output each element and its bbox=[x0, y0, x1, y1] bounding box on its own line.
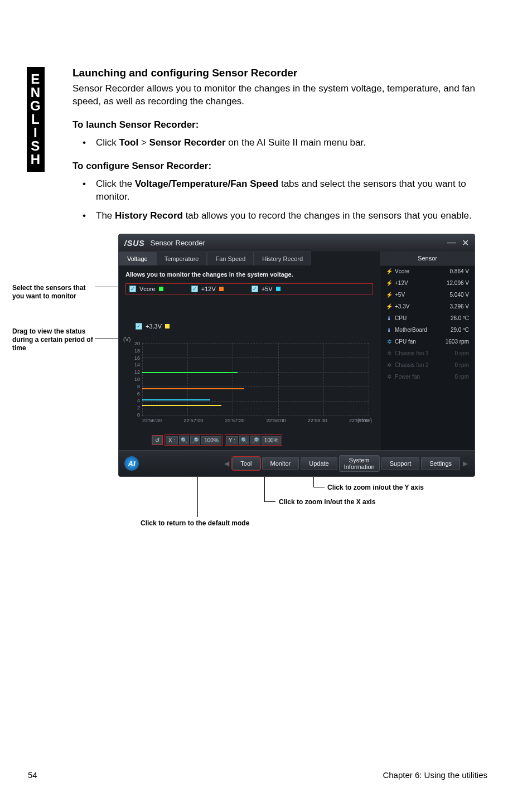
swatch-green bbox=[159, 287, 163, 291]
sensor-row: 🌡MotherBoard29.0 ºC bbox=[380, 324, 475, 336]
x-zoom-label: X : bbox=[166, 436, 178, 445]
sensor-name: +5V bbox=[395, 292, 450, 298]
sensor-icon: ✲ bbox=[386, 350, 393, 356]
x-zoom-out[interactable]: 🔎 bbox=[190, 436, 200, 445]
checkbox-12v[interactable]: ✓+12V bbox=[191, 286, 224, 292]
intro-paragraph: Sensor Recorder allows you to monitor th… bbox=[72, 83, 487, 108]
sensor-icon: ⚡ bbox=[386, 268, 393, 274]
tab-fan-speed[interactable]: Fan Speed bbox=[207, 252, 254, 265]
x-zoom-in[interactable]: 🔍 bbox=[179, 436, 189, 445]
sensor-checkboxes: ✓Vcore ✓+12V ✓+5V ✓+3.3V bbox=[119, 281, 380, 334]
chapter-label: Chapter 6: Using the utilities bbox=[383, 770, 487, 780]
settings-button[interactable]: Settings bbox=[421, 457, 460, 470]
sensor-name: MotherBoard bbox=[395, 327, 451, 333]
sensor-name: Chassis fan 1 bbox=[395, 350, 454, 356]
sensor-row-disabled: ✲Chassis fan 10 rpm bbox=[380, 347, 475, 359]
sensor-icon: ✲ bbox=[386, 339, 393, 345]
sensor-icon: ⚡ bbox=[386, 303, 393, 310]
bottom-bar: AI ◀ Tool Monitor Update System Informat… bbox=[119, 450, 475, 476]
sensor-name: CPU fan bbox=[395, 339, 446, 345]
sensor-icon: ⚡ bbox=[386, 280, 393, 286]
tab-history-record[interactable]: History Record bbox=[254, 252, 311, 265]
figure-left-labels: Select the sensors that you want to moni… bbox=[12, 278, 96, 352]
section-heading: Launching and configuring Sensor Recorde… bbox=[72, 67, 487, 79]
voltage-chart[interactable]: (V) 20 18 16 14 12 10 8 6 4 bbox=[134, 336, 374, 431]
callout-y-axis: Click to zoom in/out the Y axis bbox=[327, 484, 424, 491]
x-ticks: 22:56:30 22:57:00 22:57:30 22:58:00 22:5… bbox=[142, 418, 369, 423]
y-zoom-out[interactable]: 🔎 bbox=[250, 436, 260, 445]
sensor-panel-header: Sensor bbox=[380, 252, 475, 265]
label-drag-view: Drag to view the status during a certain… bbox=[12, 327, 96, 352]
launch-heading: To launch Sensor Recorder: bbox=[72, 119, 487, 131]
sensor-name: Chassis fan 2 bbox=[395, 362, 454, 368]
checkbox-vcore[interactable]: ✓Vcore bbox=[129, 286, 163, 292]
support-button[interactable]: Support bbox=[381, 457, 420, 470]
sensor-name: +12V bbox=[395, 280, 447, 286]
y-zoom-in[interactable]: 🔍 bbox=[239, 436, 249, 445]
sensor-value: 26.0 ºC bbox=[451, 315, 469, 321]
checkbox-5v[interactable]: ✓+5V bbox=[252, 286, 280, 292]
reset-zoom-button[interactable]: ↺ bbox=[152, 436, 162, 445]
series-5v bbox=[142, 399, 210, 400]
sensor-recorder-window: /SUS Sensor Recorder — ✕ Voltage Tempera… bbox=[118, 234, 475, 477]
sensor-name: Vcore bbox=[395, 268, 450, 274]
zoom-bar: ↺ X : 🔍 🔎 100% Y : 🔍 🔎 bbox=[119, 434, 380, 450]
time-label: (Time) bbox=[357, 418, 372, 423]
language-tab: ENGLISH bbox=[27, 67, 45, 172]
monitor-button[interactable]: Monitor bbox=[262, 457, 299, 470]
sensor-icon: ✲ bbox=[386, 362, 393, 368]
update-button[interactable]: Update bbox=[301, 457, 337, 470]
series-vcore bbox=[142, 372, 238, 373]
system-info-button[interactable]: System Information bbox=[339, 455, 380, 472]
y-ticks: 20 18 16 14 12 10 8 6 4 2 0 bbox=[132, 341, 140, 418]
callout-x-axis: Click to zoom in/out the X axis bbox=[279, 498, 375, 506]
sensor-value: 12.096 V bbox=[447, 280, 469, 286]
sensor-value: 29.0 ºC bbox=[451, 327, 469, 333]
sensor-value: 0.864 V bbox=[450, 268, 469, 274]
nav-left[interactable]: ◀ bbox=[223, 460, 230, 467]
language-tab-text: ENGLISH bbox=[30, 73, 41, 166]
y-zoom-group: Y : 🔍 🔎 100% bbox=[225, 434, 283, 446]
page-number: 54 bbox=[28, 770, 37, 780]
x-zoom-group: X : 🔍 🔎 100% bbox=[165, 434, 223, 446]
swatch-yellow bbox=[165, 324, 170, 328]
nav-right[interactable]: ▶ bbox=[462, 460, 469, 467]
sensor-row: ⚡+5V5.040 V bbox=[380, 289, 475, 301]
sensor-value: 0 rpm bbox=[454, 362, 469, 368]
minimize-button[interactable]: — bbox=[447, 238, 456, 248]
ai-logo[interactable]: AI bbox=[124, 456, 139, 471]
launch-step: Click Tool > Sensor Recorder on the AI S… bbox=[72, 136, 487, 149]
figure: Select the sensors that you want to moni… bbox=[85, 234, 475, 538]
sensor-row: ✲CPU fan1603 rpm bbox=[380, 336, 475, 347]
tool-button[interactable]: Tool bbox=[232, 457, 260, 470]
series-3v3 bbox=[142, 405, 221, 406]
sensor-icon: 🌡 bbox=[386, 315, 393, 321]
sensor-row: ⚡+3.3V3.296 V bbox=[380, 301, 475, 312]
x-zoom-value: 100% bbox=[201, 436, 221, 445]
tab-voltage[interactable]: Voltage bbox=[119, 252, 156, 265]
sensor-icon: ⚡ bbox=[386, 292, 393, 298]
y-unit: (V) bbox=[123, 336, 130, 342]
sensor-value: 5.040 V bbox=[450, 292, 469, 298]
y-zoom-value: 100% bbox=[262, 436, 282, 445]
tabs: Voltage Temperature Fan Speed History Re… bbox=[119, 252, 380, 265]
swatch-cyan bbox=[276, 287, 280, 291]
label-select-sensors: Select the sensors that you want to moni… bbox=[12, 284, 96, 301]
sensor-panel: Sensor ⚡Vcore0.864 V⚡+12V12.096 V⚡+5V5.0… bbox=[380, 252, 475, 450]
chart-series bbox=[142, 343, 369, 416]
sensor-icon: 🌡 bbox=[386, 327, 393, 333]
panel-caption: Allows you to monitor the changes in the… bbox=[119, 265, 380, 281]
tab-temperature[interactable]: Temperature bbox=[156, 252, 207, 265]
checkbox-3v3[interactable]: ✓+3.3V bbox=[136, 323, 170, 330]
asus-logo: /SUS bbox=[124, 239, 145, 248]
sensor-row-disabled: ✲Chassis fan 20 rpm bbox=[380, 359, 475, 371]
close-button[interactable]: ✕ bbox=[462, 238, 469, 248]
sensor-value: 0 rpm bbox=[454, 350, 469, 356]
callout-reset: Click to return to the default mode bbox=[141, 519, 249, 527]
sensor-name: +3.3V bbox=[395, 303, 450, 310]
callouts: Click to zoom in/out the Y axis Click to… bbox=[118, 477, 475, 538]
sensor-value: 3.296 V bbox=[450, 303, 469, 310]
configure-heading: To configure Sensor Recorder: bbox=[72, 161, 487, 172]
sensor-row: ⚡+12V12.096 V bbox=[380, 277, 475, 289]
titlebar: /SUS Sensor Recorder — ✕ bbox=[119, 234, 475, 252]
